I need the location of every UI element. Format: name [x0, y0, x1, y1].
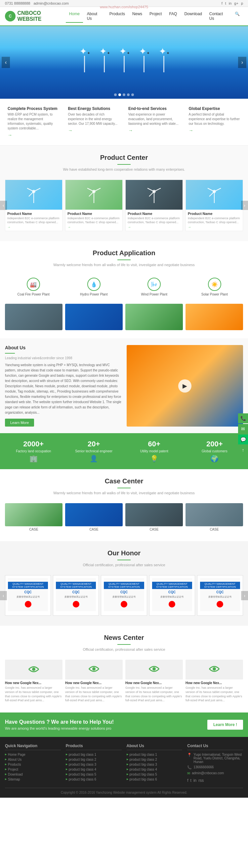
footer-prod-4[interactable]: product big class 4 — [66, 768, 122, 771]
header: C CNBOCO WEBSITE Home About Us Products … — [0, 7, 248, 26]
product-card-4[interactable]: Product Name Independent B2C e-commerce … — [186, 180, 243, 231]
footer-facebook-icon[interactable]: f — [187, 778, 188, 783]
footer-link-home[interactable]: Home Page — [5, 753, 61, 756]
footer-about-5[interactable]: product big class 5 — [127, 773, 183, 776]
facebook-icon[interactable]: f — [222, 1, 223, 5]
app-coal[interactable]: 🏭 Coal Fire Power Plant — [5, 275, 62, 299]
product-card-2[interactable]: Product Name Independent B2C e-commerce … — [65, 180, 123, 231]
about-learn-more-btn[interactable]: Learn More — [5, 418, 34, 427]
feature-3-arrow[interactable]: → — [128, 128, 180, 133]
case-card-3[interactable]: CASE — [125, 503, 183, 531]
stat-3-label: Utility model patent — [126, 450, 183, 453]
play-button[interactable]: ▶ — [178, 379, 191, 393]
app-solar[interactable]: ☀️ Solar Power Plant — [186, 275, 243, 299]
nav-about[interactable]: About Us — [84, 9, 106, 23]
news-card-2[interactable]: How new Google Nex... Google Inc. has an… — [65, 660, 123, 702]
news-thumb-2 — [65, 660, 123, 680]
product-card-3[interactable]: Product Name Independent B2C e-commerce … — [125, 180, 183, 231]
case-card-4[interactable]: CASE — [186, 503, 243, 531]
social-links[interactable]: f t in g+ p — [222, 1, 243, 5]
footer-prod-5[interactable]: product big class 5 — [66, 773, 122, 776]
case-img-1 — [5, 503, 62, 526]
logo[interactable]: C CNBOCO WEBSITE — [5, 10, 66, 22]
footer-rss-icon[interactable]: rss — [198, 778, 204, 783]
app-img-hydro[interactable] — [65, 304, 123, 330]
footer-link-sitemap[interactable]: Sitemap — [5, 778, 61, 781]
nav-project[interactable]: Project — [146, 9, 165, 23]
feature-2-arrow[interactable]: → — [68, 128, 120, 133]
product-4-arrow: → — [188, 225, 241, 229]
googleplus-icon[interactable]: g+ — [234, 1, 239, 5]
nav-news[interactable]: News — [129, 9, 145, 23]
footer-about-2[interactable]: product big class 2 — [127, 758, 183, 762]
footer-linkedin-icon[interactable]: in — [193, 778, 196, 783]
nav-products[interactable]: Products — [106, 9, 128, 23]
footer-prod-3[interactable]: product big class 3 — [66, 763, 122, 766]
float-top-btn[interactable]: ↑ — [238, 445, 248, 455]
float-wechat-btn[interactable]: 💬 — [238, 434, 248, 444]
honor-card-2[interactable]: QUALITY MANAGEMENT SYSTEM CERTIFICATION … — [53, 575, 99, 616]
hero-dot-5[interactable] — [131, 93, 134, 96]
footer-prod-2[interactable]: product big class 2 — [66, 758, 122, 762]
nav-download[interactable]: Download — [181, 9, 205, 23]
stat-1: 2000+ Factory land occupation 🏢 — [5, 440, 62, 463]
footer-link-about[interactable]: About Us — [5, 758, 61, 762]
honor-card-3[interactable]: QUALITY MANAGEMENT SYSTEM CERTIFICATION … — [101, 575, 147, 616]
honor-prev-btn[interactable]: ‹ — [0, 591, 7, 600]
footer-link-products[interactable]: Products — [5, 763, 61, 766]
nav-search[interactable]: 🔍 — [231, 9, 243, 23]
nav-faq[interactable]: FAQ — [166, 9, 180, 23]
footer-link-project[interactable]: Project — [5, 768, 61, 771]
hero-next-btn[interactable]: › — [238, 57, 246, 68]
footer-twitter-icon[interactable]: t — [190, 778, 191, 783]
footer-prod-6[interactable]: product big class 6 — [66, 778, 122, 781]
hero-prev-btn[interactable]: ‹ — [2, 57, 10, 68]
honor-cert-2-body: 质量管理体系认证证书 — [63, 594, 89, 600]
news-card-1[interactable]: How new Google Nex... Google Inc. has an… — [5, 660, 62, 702]
honor-next-btn[interactable]: › — [241, 591, 248, 600]
feature-4-arrow[interactable]: → — [189, 128, 241, 133]
app-hydro[interactable]: 💧 Hydro Power Plant — [65, 275, 123, 299]
product-prev-btn[interactable]: ‹ — [0, 201, 7, 210]
app-img-wind[interactable] — [125, 304, 183, 330]
nav-contact[interactable]: Contact Us — [206, 9, 231, 23]
footer-link-download[interactable]: Download — [5, 773, 61, 776]
nav-home[interactable]: Home — [66, 9, 83, 23]
feature-1-arrow[interactable]: → — [8, 132, 59, 138]
footer-email: ✉ admin@cnbocao.com — [187, 771, 243, 776]
our-honor-subtitle: Official certification, professional aft… — [5, 563, 243, 567]
app-img-solar[interactable] — [186, 304, 243, 330]
pinterest-icon[interactable]: p — [241, 1, 243, 5]
footer-about-1[interactable]: product big class 1 — [127, 753, 183, 756]
footer-prod-1[interactable]: product big class 1 — [66, 753, 122, 756]
case-card-1[interactable]: CASE — [5, 503, 62, 531]
news-card-4[interactable]: How new Google Nex... Google Inc. has an… — [186, 660, 243, 702]
honor-card-1[interactable]: QUALITY MANAGEMENT SYSTEM CERTIFICATION … — [5, 575, 51, 616]
hero-dot-3[interactable] — [123, 93, 125, 96]
app-wind[interactable]: 🌬️ Wind Power Plant — [126, 275, 183, 299]
feature-1-title: Complete Process System — [8, 106, 59, 111]
footer-about-3[interactable]: product big class 3 — [127, 763, 183, 766]
float-phone-btn[interactable]: 📞 — [238, 413, 248, 423]
case-card-2[interactable]: CASE — [65, 503, 123, 531]
float-email-btn[interactable]: ✉ — [238, 424, 248, 434]
footer-grid: Quick Navigation Home Page About Us Prod… — [5, 744, 243, 783]
our-honor-line — [117, 560, 131, 560]
app-img-coal[interactable] — [5, 304, 62, 330]
footer-about-4[interactable]: product big class 4 — [127, 768, 183, 771]
linkedin-icon[interactable]: in — [229, 1, 232, 5]
honor-card-5[interactable]: QUALITY MANAGEMENT SYSTEM CERTIFICATION … — [197, 575, 243, 616]
news-logo-4 — [206, 662, 223, 677]
product-card-1[interactable]: Product Name Independent B2C e-commerce … — [5, 180, 62, 231]
hero-dot-1[interactable] — [114, 93, 117, 96]
windmill-blade-1: ✦ — [79, 46, 89, 56]
twitter-icon[interactable]: t — [225, 1, 226, 5]
hero-dot-4[interactable] — [127, 93, 130, 96]
news-card-3[interactable]: How new Google Nex... Google Inc. has an… — [125, 660, 183, 702]
footer-about-6[interactable]: product big class 6 — [127, 778, 183, 781]
honor-card-4[interactable]: QUALITY MANAGEMENT SYSTEM CERTIFICATION … — [149, 575, 195, 616]
hero-dot-2[interactable] — [118, 93, 121, 96]
about-video[interactable]: ▶ — [127, 345, 243, 427]
product-next-btn[interactable]: › — [241, 201, 248, 210]
cta-btn[interactable]: Learn More ! — [207, 720, 243, 730]
